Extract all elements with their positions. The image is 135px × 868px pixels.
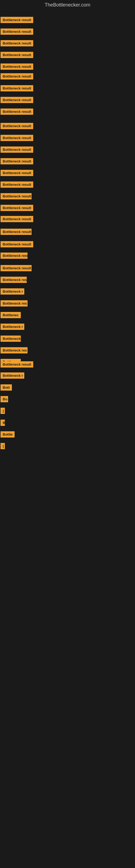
bottleneck-badge: Bottleneck result (1, 123, 33, 129)
bottleneck-badge: Bottleneck res (1, 347, 28, 353)
bottleneck-badge: Bottleneck res (1, 300, 28, 307)
bottleneck-item: Bottleneck result (1, 277, 27, 284)
bottleneck-badge: Bottleneck result (1, 29, 33, 35)
bottleneck-badge: Bottleneck result (1, 205, 33, 211)
bottleneck-item: Bott (1, 384, 12, 392)
bottleneck-badge: Bottleneck result (1, 252, 28, 259)
bottleneck-badge: | (1, 408, 5, 414)
bottleneck-item: Bottleneck result (1, 205, 33, 212)
bottleneck-item: Bottleneck result (1, 135, 33, 142)
bottleneck-item: Bottleneck result (1, 85, 33, 93)
bottleneck-badge: Bottleneck result (1, 63, 33, 70)
bottleneck-item: Bottleneck result (1, 170, 33, 177)
bottleneck-badge: Bottleneck r (1, 323, 24, 330)
bottleneck-badge: Bottleneck result (1, 17, 33, 23)
bottleneck-item: Bottleneck result (1, 193, 32, 200)
bottleneck-item: Bottleneck result (1, 108, 33, 116)
bottleneck-item: B (1, 420, 5, 427)
bottleneck-item: Bottleneck r (1, 323, 24, 331)
bottleneck-badge: Bottleneck result (1, 73, 33, 80)
bottleneck-badge: Bottleneck result (1, 229, 32, 235)
bottleneck-badge: | (1, 443, 5, 449)
bottleneck-badge: Bottleneck result (1, 182, 33, 188)
bottleneck-item: Bottleneck r (1, 288, 24, 296)
bottleneck-item: Bottleneck (1, 336, 21, 343)
bottleneck-badge: Bottleneck result (1, 52, 33, 58)
bottleneck-item: Bottleneck result (1, 361, 33, 369)
bottleneck-badge: Bott (1, 384, 12, 391)
bottleneck-item: Bottleneck result (1, 63, 33, 71)
bottleneck-badge: Bottleneck result (1, 40, 33, 46)
bottleneck-item: Bottleneck result (1, 52, 33, 59)
bottleneck-badge: Bottleneck result (1, 170, 33, 176)
bottleneck-badge: Bottleneck (1, 336, 21, 342)
bottleneck-item: Bo (1, 396, 8, 403)
bottleneck-badge: Bottleneck result (1, 216, 33, 222)
bottleneck-item: | (1, 408, 5, 415)
bottleneck-item: Bottle (1, 431, 14, 439)
bottleneck-item: Bottleneck res (1, 347, 28, 354)
bottleneck-item: Bottleneck result (1, 73, 33, 81)
bottleneck-item: Bottleneck r (1, 372, 24, 380)
bottleneck-badge: Bottleneck r (1, 372, 24, 379)
bottleneck-badge: Bottleneck result (1, 265, 32, 271)
bottleneck-item: Bottleneck result (1, 97, 33, 104)
bottleneck-item: Bottleneck result (1, 252, 28, 260)
bottleneck-item: Bottleneck result (1, 123, 33, 130)
bottleneck-badge: Bottleneck result (1, 147, 33, 153)
bottleneck-item: Bottleneck result (1, 147, 33, 154)
bottleneck-badge: Bottleneck r (1, 288, 24, 294)
bottleneck-badge: Bottleneck result (1, 241, 33, 247)
bottleneck-item: Bottlenec (1, 312, 21, 319)
bottleneck-item: Bottleneck result (1, 229, 32, 236)
bottleneck-item: Bottleneck result (1, 265, 32, 272)
bottleneck-badge: B (1, 420, 5, 426)
bottleneck-badge: Bottleneck result (1, 108, 33, 115)
bottleneck-item: Bottleneck result (1, 29, 33, 36)
bottleneck-badge: Bottleneck result (1, 193, 32, 199)
bottleneck-badge: Bottleneck result (1, 97, 33, 103)
bottleneck-item: | (1, 443, 5, 450)
bottleneck-badge: Bottleneck result (1, 361, 33, 368)
bottleneck-item: Bottleneck result (1, 40, 33, 48)
bottleneck-item: Bottleneck result (1, 216, 33, 223)
bottleneck-badge: Bottleneck result (1, 277, 27, 283)
bottleneck-badge: Bottleneck result (1, 135, 33, 141)
site-title: TheBottlenecker.com (0, 0, 135, 10)
bottleneck-item: Bottleneck res (1, 300, 28, 308)
bottleneck-item: Bottleneck result (1, 182, 33, 189)
bottleneck-badge: Bottle (1, 431, 14, 437)
bottleneck-item: Bottleneck result (1, 17, 33, 24)
bottleneck-badge: Bottlenec (1, 312, 21, 318)
bottleneck-item: Bottleneck result (1, 158, 33, 165)
bottleneck-item: Bottleneck result (1, 241, 33, 248)
bottleneck-badge: Bottleneck result (1, 158, 33, 164)
bottleneck-badge: Bo (1, 396, 8, 402)
bottleneck-badge: Bottleneck result (1, 85, 33, 91)
